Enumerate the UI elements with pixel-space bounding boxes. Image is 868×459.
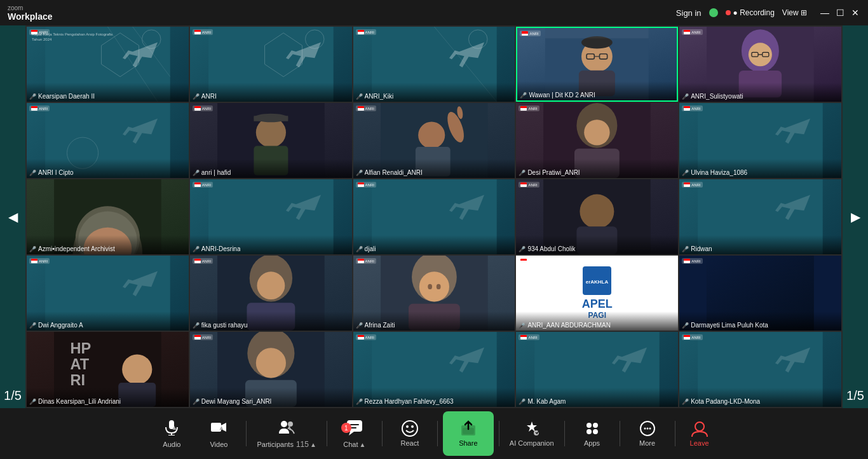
mic-muted-icon-16: 🎤	[29, 322, 36, 329]
berdikari-logo: BerAKHLAK	[586, 270, 608, 292]
participants-count-chevron: ▲	[310, 441, 316, 448]
prev-page-button[interactable]: ◀ 1/5	[0, 25, 25, 408]
svg-point-102	[649, 428, 651, 430]
name-label-8: 🎤 Alfian Renaldi_ANRI	[353, 159, 515, 178]
view-button[interactable]: View ⊞	[782, 8, 807, 17]
corner-logo-19: ANRI	[519, 258, 539, 264]
corner-logo-10: ANRI	[682, 106, 702, 111]
participant-cell-13[interactable]: ANRI 🎤 djali	[353, 179, 515, 254]
participant-cell-25[interactable]: ANRI 🎤 Kota Padang-LKD-Mona	[679, 332, 841, 407]
svg-point-32	[418, 122, 445, 149]
sign-in-button[interactable]: Sign in	[676, 8, 702, 18]
participant-cell-4[interactable]: ANRI 🎤 Wawan | Dit KD 2 ANRI	[516, 27, 678, 102]
ai-companion-button[interactable]: AI Companion	[505, 411, 559, 456]
participant-cell-14[interactable]: ANRI 🎤 934 Abdul Cholik	[516, 179, 678, 254]
participant-cell-1[interactable]: Rapat Kerja Teknis Pengolahan Arsip Foto…	[27, 27, 189, 102]
video-button[interactable]: ▲ Video	[196, 411, 241, 456]
name-label-11: 🎤 Azmi•independent Archivist	[27, 235, 189, 254]
maximize-button[interactable]: ☐	[835, 8, 845, 18]
participant-cell-12[interactable]: ANRI 🎤 ANRI-Desrina	[190, 179, 352, 254]
logo-workplace-text: Workplace	[8, 11, 53, 22]
mic-muted-icon-5: 🎤	[682, 93, 689, 100]
participant-name-10: Ulvina Haviza_1086	[691, 169, 747, 176]
participant-cell-5[interactable]: ANRI 🎤 ANRI_Sulistyowati	[679, 27, 841, 102]
share-icon	[460, 420, 477, 437]
participant-cell-18[interactable]: ANRI 🎤 Afrina Zaiti	[353, 256, 515, 331]
participant-cell-17[interactable]: ANRI 🎤 fika gusti rahayu	[190, 256, 352, 331]
participant-cell-22[interactable]: ANRI 🎤 Dewi Mayang Sari_ANRI	[190, 332, 352, 407]
participants-button[interactable]: ▲ Participants 115 ▲	[252, 411, 321, 456]
video-label: Video	[210, 441, 227, 448]
corner-logo-15: ANRI	[682, 182, 702, 188]
name-label-24: 🎤 M. Kab Agam	[516, 388, 678, 407]
name-label-19: 🎤 ANRI_AAN ABDURACHMAN	[516, 312, 678, 331]
corner-logo-6: ANRI	[29, 106, 50, 111]
mic-muted-icon-10: 🎤	[682, 170, 689, 176]
mic-muted-icon-19: 🎤	[519, 322, 526, 329]
participant-cell-21[interactable]: HP AT RI 🎤 Dinas Kearsipan_Lili Andriani	[27, 332, 189, 407]
mic-muted-icon-23: 🎤	[356, 399, 363, 405]
participant-cell-3[interactable]: ANRI 🎤 ANRI_Kiki	[353, 27, 515, 102]
participant-cell-16[interactable]: ANRI 🎤 Dwi Anggraito A	[27, 256, 189, 331]
ai-companion-label: AI Companion	[510, 439, 554, 447]
video-chevron-icon: ▲	[219, 424, 225, 431]
more-button[interactable]: More	[625, 411, 670, 456]
corner-logo-24: ANRI	[519, 334, 539, 340]
page-indicator-left: 1/5	[4, 388, 22, 403]
react-icon	[402, 420, 418, 437]
name-label-15: 🎤 Ridwan	[679, 235, 841, 254]
react-button[interactable]: React	[388, 411, 432, 456]
leave-label: Leave	[690, 439, 709, 447]
toolbar: ▲ Audio ▲ Video ▲ Participants 1	[0, 408, 868, 459]
audio-button[interactable]: ▲ Audio	[149, 411, 194, 456]
separator-6	[564, 421, 565, 446]
more-label: More	[639, 439, 655, 447]
participant-cell-9[interactable]: ANRI 🎤 Desi Pratiwi_ANRI	[516, 103, 678, 178]
name-label-21: 🎤 Dinas Kearsipan_Lili Andriani	[27, 388, 189, 407]
apel-text: APEL	[582, 298, 613, 311]
corner-logo-5: ANRI	[682, 29, 702, 35]
participant-cell-8[interactable]: ANRI 🎤 Alfian Renaldi_ANRI	[353, 103, 515, 178]
participant-name-11: Azmi•independent Archivist	[38, 245, 115, 252]
minimize-button[interactable]: —	[820, 8, 830, 18]
participant-name-20: Darmayeti Lima Puluh Kota	[691, 322, 768, 329]
chat-button[interactable]: 1 Chat ▲	[332, 411, 377, 456]
logo-zoom-text: zoom	[8, 4, 53, 11]
mic-muted-icon-9: 🎤	[519, 170, 526, 176]
apps-button[interactable]: Apps	[570, 411, 614, 456]
participant-cell-11[interactable]: 🎤 Azmi•independent Archivist	[27, 179, 189, 254]
close-button[interactable]: ✕	[850, 8, 860, 18]
mic-muted-icon-8: 🎤	[356, 170, 363, 176]
name-label-25: 🎤 Kota Padang-LKD-Mona	[679, 388, 841, 407]
separator-8	[675, 421, 675, 446]
name-label-3: 🎤 ANRI_Kiki	[353, 83, 515, 102]
participant-cell-2[interactable]: ANRI 🎤 ANRI	[190, 27, 352, 102]
participant-cell-6[interactable]: ANRI 🎤 ANRI I Cipto	[27, 103, 189, 178]
svg-point-101	[646, 428, 648, 430]
share-label: Share	[459, 439, 477, 447]
share-button[interactable]: Share	[443, 411, 494, 456]
next-page-button[interactable]: ▶ 1/5	[843, 25, 868, 408]
svg-point-59	[419, 271, 449, 301]
corner-logo-25: ANRI	[682, 334, 702, 340]
participant-name-25: Kota Padang-LKD-Mona	[691, 398, 760, 405]
corner-logo-2: ANRI	[193, 29, 213, 35]
leave-button[interactable]: Leave	[681, 411, 719, 456]
mic-muted-icon-25: 🎤	[682, 399, 689, 405]
participant-name-8: Alfian Renaldi_ANRI	[365, 169, 423, 176]
mic-muted-icon-14: 🎤	[519, 246, 526, 252]
participant-cell-23[interactable]: ANRI 🎤 Rezza Hardhyan Fahlevy_6663	[353, 332, 515, 407]
participant-cell-7[interactable]: ANRI 🎤 anri | hafid	[190, 103, 352, 178]
svg-point-89	[402, 421, 417, 436]
participant-name-9: Desi Pratiwi_ANRI	[527, 169, 580, 176]
mic-muted-icon-7: 🎤	[193, 170, 200, 176]
separator-3	[382, 421, 383, 446]
participant-cell-20[interactable]: ANRI 🎤 Darmayeti Lima Puluh Kota	[679, 256, 841, 331]
participant-cell-10[interactable]: ANRI 🎤 Ulvina Haviza_1086	[679, 103, 841, 178]
participant-cell-24[interactable]: ANRI 🎤 M. Kab Agam	[516, 332, 678, 407]
participant-name-19: ANRI_AAN ABDURACHMAN	[527, 322, 611, 329]
participant-cell-19[interactable]: BerAKHLAK APEL PAGI ANRI 🎤 ANRI_AAN ABDU…	[516, 256, 678, 331]
participant-cell-15[interactable]: ANRI 🎤 Ridwan	[679, 179, 841, 254]
titlebar: zoom Workplace Sign in ● Recording View …	[0, 0, 868, 25]
mic-muted-icon-15: 🎤	[682, 246, 689, 252]
